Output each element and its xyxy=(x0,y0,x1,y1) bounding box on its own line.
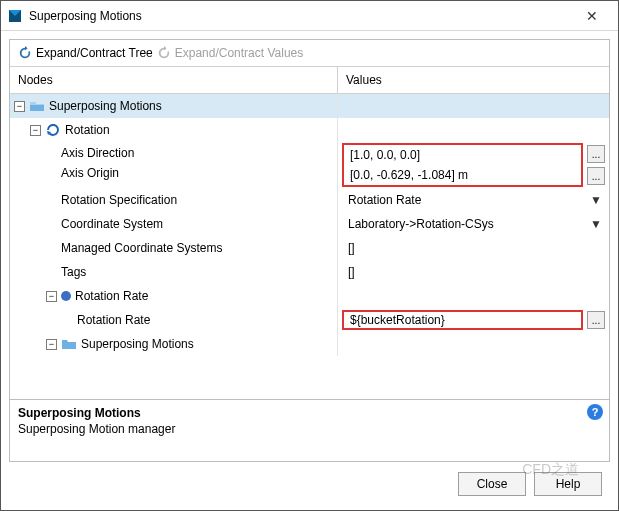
tree-node-child-superposing[interactable]: − Superposing Motions xyxy=(10,332,609,356)
table-header: Nodes Values xyxy=(10,66,609,94)
titlebar: Superposing Motions ✕ xyxy=(1,1,618,31)
node-label: Rotation Specification xyxy=(61,193,177,207)
help-icon[interactable]: ? xyxy=(587,404,603,420)
close-button[interactable]: Close xyxy=(458,472,526,496)
help-button[interactable]: Help xyxy=(534,472,602,496)
tree-leaf-rotation-rate[interactable]: Rotation Rate ${bucketRotation} ... xyxy=(10,308,609,332)
tree-node-rotation-rate[interactable]: − Rotation Rate xyxy=(10,284,609,308)
close-icon[interactable]: ✕ xyxy=(572,8,612,24)
ellipsis-button[interactable]: ... xyxy=(587,167,605,185)
node-label: Axis Origin xyxy=(61,166,134,180)
coord-sys-value[interactable]: Laboratory->Rotation-CSys xyxy=(342,215,587,233)
node-label: Rotation Rate xyxy=(77,313,150,327)
description-panel: Superposing Motions Superposing Motion m… xyxy=(10,399,609,461)
bullet-icon xyxy=(61,291,71,301)
app-icon xyxy=(7,8,23,24)
axis-origin-value[interactable]: [0.0, -0.629, -1.084] m xyxy=(344,165,581,185)
tags-value[interactable]: [] xyxy=(342,263,605,281)
ellipsis-button[interactable]: ... xyxy=(587,145,605,163)
button-bar: Close Help xyxy=(9,462,610,502)
node-label: Rotation xyxy=(65,123,110,137)
folder-icon xyxy=(61,336,77,352)
tree-leaf-coord-sys[interactable]: Coordinate System Laboratory->Rotation-C… xyxy=(10,212,609,236)
node-label: Superposing Motions xyxy=(81,337,194,351)
folder-open-icon xyxy=(29,98,45,114)
node-label: Coordinate System xyxy=(61,217,163,231)
rotation-rate-value[interactable]: ${bucketRotation} xyxy=(342,310,583,330)
expand-tree-label: Expand/Contract Tree xyxy=(36,46,153,60)
managed-cs-value[interactable]: [] xyxy=(342,239,605,257)
tree-node-rotation[interactable]: − Rotation xyxy=(10,118,609,142)
header-nodes[interactable]: Nodes xyxy=(10,67,338,93)
axis-direction-value[interactable]: [1.0, 0.0, 0.0] xyxy=(344,145,581,165)
collapse-icon[interactable]: − xyxy=(30,125,41,136)
collapse-icon[interactable]: − xyxy=(14,101,25,112)
collapse-icon[interactable]: − xyxy=(46,339,57,350)
tree-leaf-managed-cs[interactable]: Managed Coordinate Systems [] xyxy=(10,236,609,260)
collapse-icon[interactable]: − xyxy=(46,291,57,302)
header-values[interactable]: Values xyxy=(338,67,609,93)
node-label: Rotation Rate xyxy=(75,289,148,303)
rotation-spec-value[interactable]: Rotation Rate xyxy=(342,191,587,209)
node-label: Axis Direction xyxy=(61,146,134,160)
expand-tree-button[interactable]: Expand/Contract Tree xyxy=(18,46,153,60)
expand-values-button: Expand/Contract Values xyxy=(157,46,304,60)
node-label: Tags xyxy=(61,265,86,279)
content-frame: Expand/Contract Tree Expand/Contract Val… xyxy=(9,39,610,462)
window-title: Superposing Motions xyxy=(29,9,572,23)
tree-leaf-axis-direction[interactable]: Axis Direction Axis Origin [1.0, 0.0, 0.… xyxy=(10,142,609,188)
node-label: Superposing Motions xyxy=(49,99,162,113)
rotation-icon xyxy=(45,122,61,138)
dialog-body: Expand/Contract Tree Expand/Contract Val… xyxy=(1,31,618,510)
refresh-icon xyxy=(18,46,32,60)
tree-leaf-tags[interactable]: Tags [] xyxy=(10,260,609,284)
ellipsis-button[interactable]: ... xyxy=(587,311,605,329)
tree-body: − Superposing Motions − Rotation xyxy=(10,94,609,399)
description-body: Superposing Motion manager xyxy=(18,422,601,436)
refresh-icon xyxy=(157,46,171,60)
chevron-down-icon[interactable]: ▼ xyxy=(587,193,605,207)
expand-values-label: Expand/Contract Values xyxy=(175,46,304,60)
node-label: Managed Coordinate Systems xyxy=(61,241,222,255)
tree-leaf-rotation-spec[interactable]: Rotation Specification Rotation Rate ▼ xyxy=(10,188,609,212)
tree-root-superposing[interactable]: − Superposing Motions xyxy=(10,94,609,118)
description-title: Superposing Motions xyxy=(18,406,601,420)
chevron-down-icon[interactable]: ▼ xyxy=(587,217,605,231)
toolbar: Expand/Contract Tree Expand/Contract Val… xyxy=(10,40,609,66)
